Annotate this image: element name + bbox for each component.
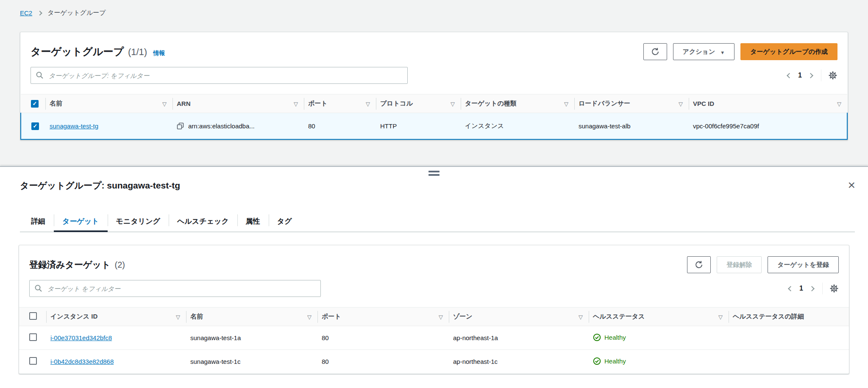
register-targets-button[interactable]: ターゲットを登録 [768, 256, 839, 273]
target-type-value: インスタンス [461, 113, 574, 139]
sort-caret-icon [307, 313, 312, 320]
dropdown-caret-icon [720, 48, 725, 55]
column-header-name[interactable]: 名前 [186, 308, 317, 326]
registered-targets-count: (2) [114, 260, 125, 270]
refresh-icon [694, 260, 704, 269]
column-header-arn[interactable]: ARN [172, 94, 304, 113]
target-group-name-link[interactable]: sunagawa-test-tg [50, 122, 98, 130]
gear-icon [829, 284, 839, 293]
refresh-icon [651, 47, 660, 56]
instance-id-link[interactable]: i-00e37031ed342bfc8 [50, 334, 112, 341]
copy-icon[interactable] [177, 122, 184, 130]
row-checkbox[interactable] [29, 333, 37, 341]
column-header-load-balancer[interactable]: ロードバランサー [574, 94, 689, 113]
sort-caret-icon [366, 100, 370, 107]
target-group-filter-input[interactable] [31, 67, 408, 84]
deregister-button[interactable]: 登録解除 [717, 256, 762, 273]
previous-page-icon[interactable] [787, 73, 792, 78]
refresh-button[interactable] [643, 43, 667, 60]
breadcrumb-ec2-link[interactable]: EC2 [20, 9, 32, 17]
column-header-zone[interactable]: ゾーン [449, 308, 589, 326]
actions-dropdown-button[interactable]: アクション [673, 43, 735, 60]
column-header-health-detail: ヘルスステータスの詳細 [729, 308, 849, 326]
tab-strip: 詳細 ターゲット モニタリング ヘルスチェック 属性 タグ [20, 211, 855, 232]
sort-caret-icon [564, 100, 568, 107]
next-page-icon[interactable] [809, 286, 815, 291]
select-all-checkbox[interactable] [31, 100, 39, 108]
next-page-icon[interactable] [808, 73, 813, 78]
vpc-id-value: vpc-00f6cfe995e7ca09f [689, 113, 847, 139]
sort-caret-icon [176, 313, 180, 320]
sort-caret-icon [718, 313, 723, 320]
target-groups-title: ターゲットグループ (1/1) 情報 [31, 45, 165, 58]
create-target-group-label: ターゲットグループの作成 [750, 48, 828, 56]
tab-attributes[interactable]: 属性 [237, 211, 269, 232]
column-header-name[interactable]: 名前 [45, 94, 172, 113]
deregister-label: 登録解除 [726, 261, 752, 269]
healthy-check-icon [593, 333, 601, 341]
settings-button[interactable] [828, 71, 837, 80]
table-row: sunagawa-test-tg arn:aws:elasticloadba..… [21, 113, 847, 139]
row-checkbox[interactable] [31, 122, 39, 130]
sort-caret-icon [439, 313, 443, 320]
instance-name-value: sunagawa-test-1a [186, 326, 317, 350]
instance-name-value: sunagawa-test-1c [186, 350, 317, 374]
page-number[interactable]: 1 [799, 285, 803, 292]
tab-monitoring[interactable]: モニタリング [108, 211, 169, 232]
create-target-group-button[interactable]: ターゲットグループの作成 [740, 43, 837, 60]
target-groups-title-text: ターゲットグループ [31, 45, 124, 58]
split-panel: ターゲットグループ: sunagawa-test-tg 詳細 ターゲット モニタ… [0, 166, 868, 388]
tab-health-check[interactable]: ヘルスチェック [169, 211, 237, 232]
targets-filter-input[interactable] [29, 280, 321, 297]
tab-details[interactable]: 詳細 [22, 211, 54, 232]
search-icon [34, 284, 43, 293]
pagination: 1 [787, 69, 837, 81]
table-header-row: 名前 ARN ポート プロトコル ターゲットの種類 ロードバランサー [21, 94, 847, 113]
info-link[interactable]: 情報 [153, 50, 165, 57]
table-row: i-0b42dc8d33e82d868 sunagawa-test-1c 80 … [19, 350, 849, 374]
instance-id-link[interactable]: i-0b42dc8d33e82d868 [50, 358, 114, 365]
column-header-vpc-id[interactable]: VPC ID [689, 94, 847, 113]
settings-button[interactable] [829, 284, 839, 293]
zone-value: ap-northeast-1c [449, 350, 589, 374]
load-balancer-value: sunagawa-test-alb [574, 113, 689, 139]
select-all-checkbox[interactable] [29, 312, 37, 320]
column-header-target-type[interactable]: ターゲットの種類 [461, 94, 574, 113]
column-header-instance-id[interactable]: インスタンス ID [46, 308, 186, 326]
refresh-targets-button[interactable] [687, 256, 711, 273]
previous-page-icon[interactable] [788, 286, 793, 291]
toolbar-divider [822, 283, 823, 294]
sort-caret-icon [451, 100, 455, 107]
column-header-protocol[interactable]: プロトコル [376, 94, 461, 113]
port-value: 80 [317, 326, 449, 350]
health-detail-value [729, 326, 849, 350]
registered-targets-table: インスタンス ID 名前 ポート ゾーン ヘルスステータス [19, 307, 849, 374]
split-panel-resize-handle[interactable] [426, 170, 442, 177]
sort-caret-icon [679, 100, 683, 107]
zone-value: ap-northeast-1a [449, 326, 589, 350]
column-header-port[interactable]: ポート [317, 308, 449, 326]
sort-caret-icon [837, 100, 841, 107]
close-panel-button[interactable] [848, 180, 855, 191]
column-header-health-status[interactable]: ヘルスステータス [589, 308, 729, 326]
register-targets-label: ターゲットを登録 [777, 261, 829, 269]
tab-tags[interactable]: タグ [269, 211, 300, 232]
protocol-value: HTTP [376, 113, 461, 139]
health-detail-value [729, 350, 849, 374]
toolbar-divider [821, 69, 821, 81]
registered-targets-title-text: 登録済みターゲット [29, 259, 110, 271]
targets-pagination: 1 [789, 283, 839, 294]
column-header-port[interactable]: ポート [304, 94, 376, 113]
target-groups-table: 名前 ARN ポート プロトコル ターゲットの種類 ロードバランサー [20, 94, 848, 140]
page-number[interactable]: 1 [798, 72, 802, 79]
search-icon [36, 71, 44, 80]
health-status-badge: Healthy [593, 333, 626, 341]
target-groups-panel: ターゲットグループ (1/1) 情報 アクション ターゲットグループの作成 [20, 32, 848, 140]
breadcrumb-current: ターゲットグループ [47, 9, 106, 17]
tab-targets[interactable]: ターゲット [54, 211, 108, 232]
healthy-check-icon [593, 357, 601, 365]
port-value: 80 [317, 350, 449, 374]
row-checkbox[interactable] [29, 357, 37, 365]
sort-caret-icon [294, 100, 298, 107]
gear-icon [828, 71, 837, 80]
